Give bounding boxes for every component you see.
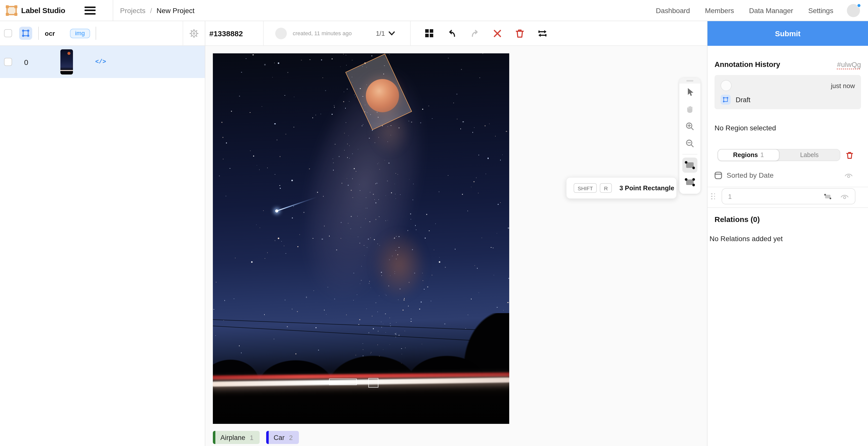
app-logo-icon: [5, 5, 18, 16]
tab-regions[interactable]: Regions 1: [717, 149, 779, 161]
navbar-divider: [113, 0, 113, 21]
label-chip-airplane[interactable]: Airplane 1: [213, 431, 260, 444]
tab-regions-count: 1: [760, 151, 764, 158]
column-ocr-label[interactable]: ocr: [45, 29, 55, 37]
zoom-in-button[interactable]: [679, 118, 701, 135]
select-all-checkbox[interactable]: [4, 29, 12, 37]
breadcrumb-projects[interactable]: Projects: [120, 6, 146, 14]
sidebar-header: ocr img: [0, 21, 205, 46]
relations-title: Relations (0): [715, 215, 861, 224]
rectangle-3pt-icon: [684, 178, 695, 187]
region-list-item[interactable]: 1: [715, 188, 861, 204]
task-image[interactable]: [213, 53, 509, 424]
sort-panel-icon: [715, 171, 722, 179]
annotator-avatar: [275, 27, 287, 39]
main-area: #1338882 created, 11 minutes ago 1/1: [205, 21, 707, 446]
region-index: 1: [728, 192, 732, 200]
palette-drag-handle[interactable]: [679, 78, 701, 84]
navbar-menu: Dashboard Members Data Manager Settings: [656, 6, 833, 14]
sidebar-settings-button[interactable]: [183, 21, 205, 45]
task-id: #1338882: [209, 29, 243, 37]
history-avatar: [720, 80, 732, 91]
delete-annotation-button[interactable]: [515, 28, 525, 38]
annotation-canvas: Airplane 1 Car 2: [205, 46, 707, 446]
regions-labels-tabs: Regions 1 Labels: [717, 149, 840, 161]
reject-button[interactable]: [492, 28, 502, 38]
task-thumbnail[interactable]: [60, 49, 73, 75]
thumbnail-trail: [60, 70, 73, 71]
list-divider: [708, 187, 868, 187]
label-color-bar: [213, 431, 215, 444]
switch-task-button[interactable]: [537, 28, 548, 38]
thumbnail-moon: [67, 52, 70, 55]
region-drag-handle[interactable]: [711, 193, 716, 200]
menu-data-manager[interactable]: Data Manager: [749, 6, 793, 14]
grid-icon: [425, 29, 434, 38]
palette-divider: [682, 154, 698, 154]
r-key-badge: R: [600, 183, 612, 193]
shift-key-badge: SHIFT: [574, 183, 597, 193]
label-chip-car[interactable]: Car 2: [266, 431, 299, 444]
trash-icon: [515, 28, 524, 38]
gear-icon: [189, 28, 199, 38]
zoom-out-button[interactable]: [679, 135, 701, 152]
label-count: 1: [250, 434, 253, 441]
undo-icon: [447, 28, 457, 38]
cursor-icon: [686, 88, 694, 97]
sorted-by-label: Sorted by Date: [726, 171, 774, 179]
task-header: #1338882 created, 11 minutes ago 1/1: [205, 21, 707, 46]
region-visibility-button[interactable]: [840, 193, 849, 200]
region-rect-icon: [823, 192, 832, 200]
sort-control[interactable]: Sorted by Date: [715, 171, 861, 179]
car-bounding-box[interactable]: [329, 379, 357, 385]
user-avatar[interactable]: [847, 4, 860, 17]
chevron-down-icon[interactable]: [389, 31, 395, 35]
zoom-in-icon: [685, 122, 694, 131]
tab-regions-label: Regions: [733, 151, 758, 158]
hamburger-menu-icon[interactable]: [84, 6, 95, 14]
annotation-history-title: Annotation History: [715, 60, 780, 68]
trash-icon: [846, 151, 854, 159]
pan-tool-button[interactable]: [679, 101, 701, 118]
annotation-id-link[interactable]: #ulwQg: [837, 60, 861, 68]
no-region-text: No Region selected: [715, 124, 861, 132]
task-checkbox[interactable]: [4, 58, 12, 66]
undo-button[interactable]: [447, 28, 457, 38]
ground: [213, 383, 509, 424]
swap-arrows-icon: [537, 29, 548, 37]
redo-icon: [470, 28, 479, 38]
redo-button[interactable]: [469, 28, 479, 38]
tab-labels[interactable]: Labels: [779, 149, 840, 160]
hotkey-tooltip: SHIFT R 3 Point Rectangle: [566, 177, 677, 199]
menu-members[interactable]: Members: [705, 6, 734, 14]
label-chips: Airplane 1 Car 2: [213, 431, 299, 444]
column-img-badge[interactable]: img: [70, 28, 90, 38]
source-code-icon[interactable]: </>: [94, 58, 107, 65]
annotation-panel: Submit Annotation History #ulwQg just no…: [707, 21, 868, 446]
rectangle-3point-tool-button[interactable]: [679, 174, 701, 191]
app-title: Label Studio: [21, 6, 65, 14]
delete-regions-button[interactable]: [846, 151, 854, 159]
view-all-grid-button[interactable]: [424, 28, 434, 38]
submit-button[interactable]: Submit: [708, 21, 868, 46]
task-list-item[interactable]: 0 </>: [0, 46, 205, 78]
breadcrumb: Projects / New Project: [120, 6, 194, 14]
task-sidebar: ocr img: [0, 21, 205, 446]
rectangle-tool-button[interactable]: [679, 156, 701, 174]
select-tool-button[interactable]: [679, 84, 701, 101]
close-icon: [493, 29, 501, 37]
car-bounding-box[interactable]: [368, 378, 378, 388]
navbar: Label Studio Projects / New Project Dash…: [0, 0, 868, 21]
menu-dashboard[interactable]: Dashboard: [656, 6, 690, 14]
breadcrumb-separator: /: [150, 6, 152, 14]
zoom-out-icon: [685, 139, 694, 148]
header-divider: [263, 21, 264, 46]
eye-icon: [844, 172, 853, 178]
history-item[interactable]: just now Draft: [715, 75, 861, 109]
label-color-bar: [266, 431, 269, 444]
notification-dot: [857, 3, 861, 7]
tool-palette: [679, 78, 701, 194]
toggle-all-visibility-button[interactable]: [844, 172, 853, 178]
bbox-filter-button[interactable]: [19, 27, 32, 40]
menu-settings[interactable]: Settings: [808, 6, 833, 14]
